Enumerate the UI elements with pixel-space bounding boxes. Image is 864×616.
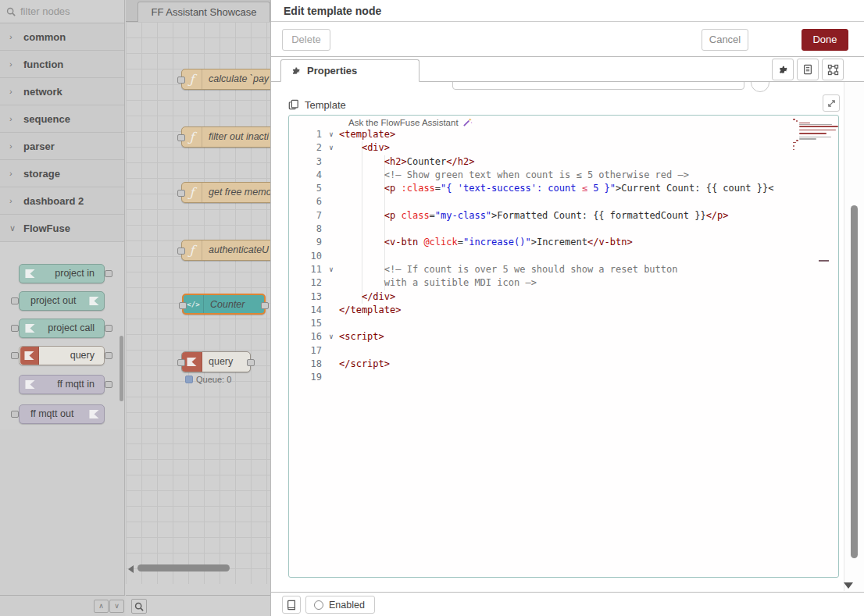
palette-node-label: project in — [55, 268, 95, 279]
node-port[interactable] — [177, 77, 185, 84]
node-port[interactable] — [105, 270, 112, 277]
chevron-right-icon: › — [9, 169, 16, 178]
category-label: function — [23, 59, 63, 70]
tab-properties-mini[interactable] — [772, 59, 794, 80]
node-port[interactable] — [177, 134, 185, 141]
code-line-14: 14</template> — [289, 304, 838, 317]
minimap-line — [799, 126, 838, 127]
palette-node-project-call[interactable]: project call — [19, 319, 105, 338]
line-number: 3 — [289, 155, 322, 169]
chevron-right-icon: › — [9, 114, 16, 123]
scroll-down-arrow-icon[interactable] — [844, 582, 853, 589]
line-number: 2 — [289, 141, 322, 155]
scrolled-form-field[interactable] — [452, 82, 744, 90]
assistant-hint[interactable]: Ask the FlowFuse Assistant — [348, 117, 473, 127]
template-code-editor[interactable]: Ask the FlowFuse Assistant 1∨<template>2… — [288, 115, 839, 578]
line-number: 13 — [289, 290, 322, 304]
hscroll-left-arrow-icon[interactable] — [128, 565, 134, 573]
palette-node-project-in[interactable]: project in — [19, 264, 105, 283]
palette-node-query[interactable]: query — [19, 346, 105, 365]
flow-tab[interactable]: FF Assistant Showcase — [137, 2, 270, 22]
palette-sidebar: filter nodes ›common›function›network›se… — [0, 0, 125, 616]
done-button[interactable]: Done — [802, 29, 848, 51]
node-port[interactable] — [105, 381, 112, 388]
node-port[interactable] — [261, 302, 269, 309]
minimap-line — [793, 145, 794, 147]
sidebar-category-FlowFuse[interactable]: ∨FlowFuse — [0, 215, 124, 242]
sidebar-category-sequence[interactable]: ›sequence — [0, 105, 124, 133]
node-label: calculate `pay — [209, 73, 269, 84]
dialog-body: Template Ask the FlowFuse Assistant 1∨<t… — [271, 82, 864, 591]
delete-button[interactable]: Delete — [282, 29, 330, 51]
node-red-editor: filter nodes ›common›function›network›se… — [0, 0, 864, 616]
node-enabled-toggle[interactable]: Enabled — [305, 596, 375, 614]
palette-node-ff-mqtt-out[interactable]: ff mqtt out — [19, 404, 105, 424]
code-line-4: 4 <!— Show green text when count is ≤ 5 … — [289, 169, 838, 182]
expand-editor-button[interactable] — [823, 94, 840, 112]
sidebar-category-dashboard-2[interactable]: ›dashboard 2 — [0, 187, 124, 215]
node-label: filter out inacti — [209, 131, 269, 142]
code-line-11: 11∨ <!— If count is over 5 we should sho… — [289, 263, 838, 276]
code-text: </script> — [339, 358, 390, 371]
docs-button[interactable] — [282, 596, 301, 614]
code-line-17: 17 — [289, 344, 838, 358]
code-line-1: 1∨<template> — [289, 128, 838, 141]
palette-node-ff-mqtt-in[interactable]: ff mqtt in — [19, 375, 105, 394]
sidebar-category-common[interactable]: ›common — [0, 23, 124, 51]
enabled-ring-icon — [314, 600, 323, 610]
fold-chevron-icon[interactable]: ∨ — [325, 141, 337, 155]
node-port[interactable] — [105, 325, 112, 332]
node-port[interactable] — [179, 302, 187, 309]
chevron-down-icon: ∨ — [9, 223, 16, 233]
search-icon — [6, 7, 16, 16]
code-line-18: 18</script> — [289, 358, 838, 371]
line-number: 15 — [289, 317, 322, 330]
flow-node-query[interactable]: query — [181, 351, 251, 372]
node-port[interactable] — [105, 352, 112, 359]
template-field-row: Template — [288, 96, 346, 113]
code-lines: 1∨<template>2∨ <div>3 <h2>Counter</h2>4 … — [289, 128, 838, 385]
flowfuse-logo-icon — [20, 347, 39, 365]
fold-chevron-icon[interactable]: ∨ — [325, 128, 337, 141]
palette-node-project-out[interactable]: project out — [19, 291, 105, 311]
flow-node-Counter[interactable]: </>Counter — [182, 294, 266, 315]
node-port[interactable] — [11, 325, 19, 332]
expand-all-button[interactable]: ∨ — [109, 600, 124, 613]
collapse-all-button[interactable]: ∧ — [94, 600, 109, 613]
dialog-scrollbar-thumb[interactable] — [851, 205, 858, 558]
palette-search-input[interactable]: filter nodes — [0, 0, 124, 23]
node-port[interactable] — [11, 352, 19, 359]
zoom-button[interactable] — [131, 599, 147, 614]
line-number: 1 — [289, 128, 322, 141]
node-port[interactable] — [177, 359, 185, 366]
line-number: 16 — [289, 330, 322, 344]
palette-footer: ∧ ∨ — [0, 595, 125, 616]
tab-properties[interactable]: Properties — [280, 59, 420, 82]
sidebar-category-storage[interactable]: ›storage — [0, 160, 124, 187]
line-number: 18 — [289, 358, 322, 371]
sidebar-category-network[interactable]: ›network — [0, 78, 124, 105]
minimap[interactable] — [793, 119, 834, 152]
tab-description[interactable] — [797, 59, 819, 80]
node-port[interactable] — [177, 190, 185, 197]
code-text: with a suitible MDI icon —> — [339, 276, 537, 290]
tab-appearance[interactable] — [822, 59, 844, 80]
code-line-19: 19 — [289, 371, 838, 384]
template-field-label: Template — [305, 99, 346, 111]
sidebar-category-function[interactable]: ›function — [0, 51, 124, 78]
fold-chevron-icon[interactable]: ∨ — [325, 263, 337, 276]
node-label: authenticateU — [209, 244, 269, 255]
cancel-button[interactable]: Cancel — [702, 29, 748, 51]
code-line-7: 7 <p class="my-class">Formatted Count: {… — [289, 209, 838, 223]
horizontal-scrollbar[interactable] — [137, 564, 230, 571]
category-label: dashboard 2 — [23, 195, 84, 207]
node-port[interactable] — [11, 411, 19, 418]
palette-scrollbar[interactable] — [120, 336, 123, 401]
node-port[interactable] — [11, 297, 19, 304]
workspace-tab-bar: FF Assistant Showcase — [126, 0, 270, 22]
sidebar-category-parser[interactable]: ›parser — [0, 133, 124, 160]
node-port[interactable] — [247, 359, 255, 366]
node-port[interactable] — [177, 247, 185, 255]
gear-icon — [777, 64, 788, 75]
fold-chevron-icon[interactable]: ∨ — [325, 330, 337, 344]
